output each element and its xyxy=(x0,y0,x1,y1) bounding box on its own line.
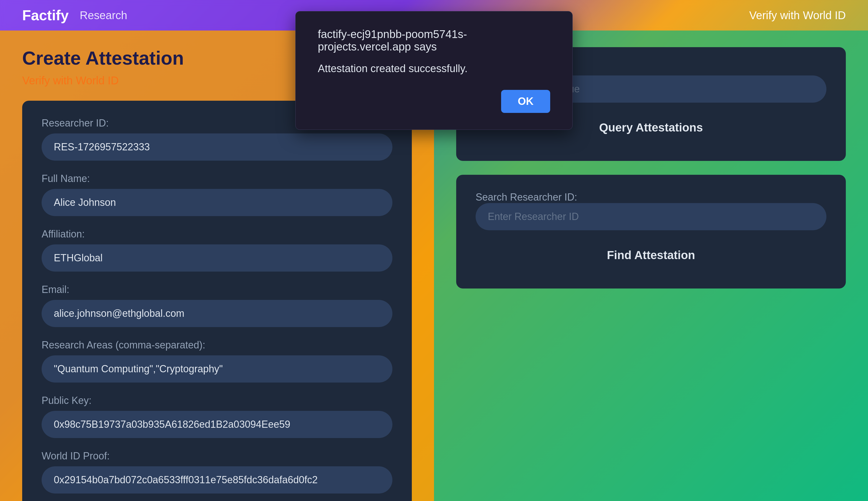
dialog-message: Attestation created successfully. xyxy=(318,61,550,76)
dialog-ok-button[interactable]: OK xyxy=(501,90,550,113)
alert-dialog: factify-ecj91pnbb-poom5741s-projects.ver… xyxy=(295,11,573,130)
dialog-overlay: factify-ecj91pnbb-poom5741s-projects.ver… xyxy=(0,0,868,501)
dialog-title: factify-ecj91pnbb-poom5741s-projects.ver… xyxy=(318,28,550,53)
